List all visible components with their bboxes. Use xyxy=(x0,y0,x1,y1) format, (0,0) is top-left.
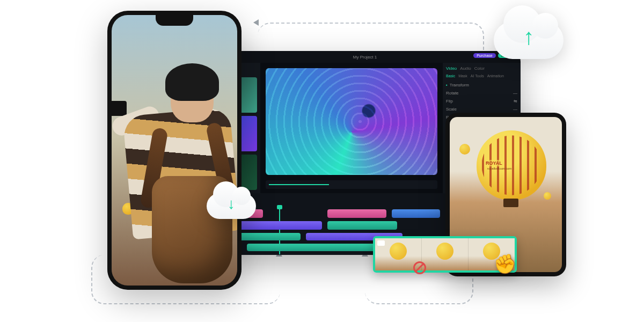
tab-video[interactable]: Video xyxy=(446,66,457,71)
arrow-left-icon xyxy=(253,19,259,26)
clip[interactable] xyxy=(327,221,397,230)
beanie-hat xyxy=(165,63,219,101)
preview-panel xyxy=(260,63,443,193)
editor-titlebar: My Project 1 Purchase Export xyxy=(209,51,521,63)
subtab-aitools[interactable]: AI Tools xyxy=(471,74,484,78)
project-title: My Project 1 xyxy=(353,55,377,60)
clip-play-icon xyxy=(377,240,385,246)
grab-cursor-icon: ✊ xyxy=(492,252,518,277)
clip[interactable] xyxy=(327,209,386,218)
cloud-upload-icon: ↑ xyxy=(494,21,564,59)
balloon-basket xyxy=(503,199,518,207)
clip[interactable] xyxy=(392,209,440,218)
tab-color[interactable]: Color xyxy=(474,66,485,71)
held-phone xyxy=(112,101,127,116)
cloud-download-icon: ↓ xyxy=(207,193,256,219)
purchase-button[interactable]: Purchase xyxy=(473,53,496,58)
clip[interactable] xyxy=(236,233,301,240)
preview-viewport[interactable] xyxy=(266,68,437,175)
subtab-animation[interactable]: Animation xyxy=(487,74,504,78)
phone-screen xyxy=(112,15,237,286)
prop-flip: Flip xyxy=(446,99,453,104)
balloon-url-text: royalballoon.com xyxy=(487,167,511,170)
prop-transform: Transform xyxy=(450,83,469,87)
subtab-mask[interactable]: Mask xyxy=(458,74,467,78)
phone-mockup xyxy=(107,11,241,290)
prop-rotate: Rotate xyxy=(446,91,459,96)
tab-audio[interactable]: Audio xyxy=(460,66,471,71)
prop-scale: Scale xyxy=(446,107,457,112)
balloon-brand-text: ROYAL xyxy=(485,160,503,166)
clip[interactable] xyxy=(247,244,386,251)
arrow-down-icon: ↓ xyxy=(228,195,235,213)
arrow-up-icon: ↑ xyxy=(523,24,535,50)
person-photographer xyxy=(112,36,237,286)
no-drop-icon xyxy=(413,261,426,274)
balloon-small xyxy=(544,192,551,200)
preview-scrubber[interactable] xyxy=(266,180,437,189)
subtab-basic[interactable]: Basic xyxy=(446,74,455,78)
phone-notch xyxy=(156,15,193,26)
balloon-small xyxy=(459,144,470,155)
